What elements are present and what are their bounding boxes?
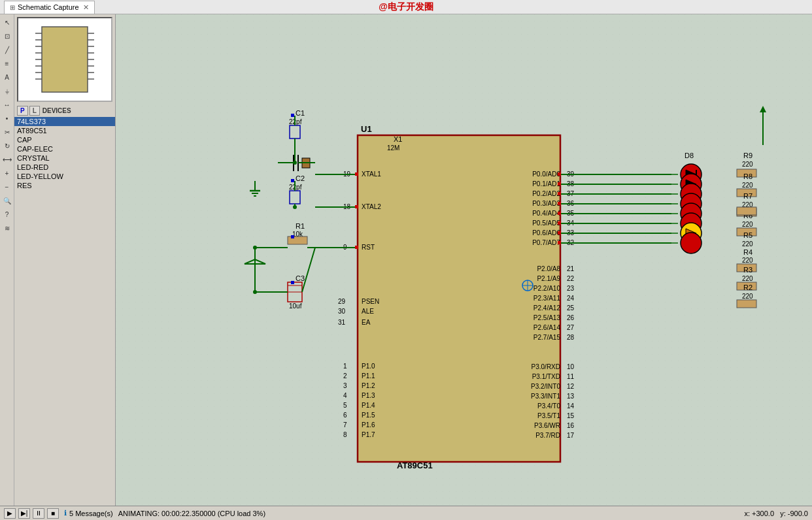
p-button[interactable]: P — [17, 106, 28, 116]
r5-label: R5 — [743, 231, 753, 239]
play-button[interactable]: ▶ — [4, 508, 16, 519]
pn14: 14 — [567, 402, 575, 410]
r2-symbol — [737, 300, 756, 308]
select-tool[interactable]: ↖ — [1, 16, 14, 29]
devices-label: DEVICES — [42, 107, 71, 114]
ic-name-label: AT89C51 — [397, 461, 433, 470]
r8-label: R8 — [743, 172, 753, 180]
pn26: 26 — [567, 314, 575, 321]
c3-val: 10uf — [289, 302, 302, 310]
r1-label: R1 — [296, 222, 305, 230]
pin-p04 — [558, 212, 561, 215]
stop-button[interactable]: ■ — [47, 508, 59, 519]
component-tool[interactable]: ⊡ — [1, 29, 14, 42]
p23-label: P2.3/A11 — [533, 295, 561, 302]
pn22: 22 — [567, 275, 575, 282]
p17-label: P1.7 — [362, 431, 375, 438]
wire-tool[interactable]: ╱ — [1, 43, 14, 56]
r1-symbol — [288, 236, 307, 244]
pn31: 31 — [338, 319, 346, 326]
r3-label: R3 — [743, 266, 753, 274]
component-preview — [17, 17, 112, 102]
preview-svg — [35, 24, 94, 95]
l-button[interactable]: L — [29, 106, 40, 116]
schematic-tab[interactable]: ⊞ Schematic Capture ✕ — [4, 1, 95, 14]
junc-c1-xtal — [293, 161, 297, 165]
rotate-tool[interactable]: ↻ — [1, 139, 14, 152]
bpin-c3 — [291, 281, 294, 284]
status-message: 5 Message(s) — [69, 510, 113, 517]
pin-p05 — [558, 221, 561, 225]
pn28: 28 — [567, 334, 575, 341]
rst-label: RST — [362, 244, 375, 251]
pn6: 6 — [343, 412, 347, 419]
ic-u1-label: U1 — [361, 124, 372, 134]
p35-label: P3.5/T1 — [537, 412, 560, 419]
svg-rect-0 — [42, 27, 88, 92]
ea-label: EA — [362, 319, 371, 326]
r4-label: R4 — [743, 248, 753, 256]
bus-tool[interactable]: ≡ — [1, 57, 14, 70]
r2-val: 220 — [742, 293, 753, 300]
device-item-cap-elec[interactable]: CAP-ELEC — [14, 144, 115, 154]
led-d1 — [681, 233, 702, 253]
device-item-res[interactable]: RES — [14, 181, 115, 190]
pn7: 7 — [343, 421, 347, 429]
c1-label: C1 — [296, 109, 305, 117]
zoom-in-tool[interactable]: + — [1, 167, 14, 180]
bpin-r1 — [291, 235, 294, 238]
pn2: 2 — [343, 372, 347, 380]
pause-button[interactable]: ⏸ — [33, 508, 44, 519]
p00-label: P0.0/AD0 — [532, 171, 560, 178]
p26-label: P2.6/A14 — [533, 324, 561, 331]
pin-p07 — [558, 241, 561, 244]
devices-header: P L DEVICES — [14, 105, 115, 117]
pin-p02 — [558, 192, 561, 195]
mirror-tool[interactable]: ⟷ — [1, 153, 14, 166]
p34-label: P3.4/T0 — [537, 402, 560, 410]
coordinates: x: +300.0 y: -900.0 — [744, 510, 808, 517]
page-title: @电子开发圈 — [379, 1, 433, 13]
step-button[interactable]: ▶| — [18, 508, 30, 519]
pin-p06 — [558, 231, 561, 235]
pn3: 3 — [343, 382, 347, 389]
zoom-out-tool[interactable]: − — [1, 180, 14, 193]
search-tool[interactable]: 🔍 — [1, 194, 14, 207]
pn13: 13 — [567, 393, 575, 400]
pn30: 30 — [338, 308, 346, 315]
close-tab-button[interactable]: ✕ — [83, 3, 89, 12]
r6-val: 220 — [742, 221, 753, 228]
p16-label: P1.6 — [362, 421, 375, 429]
canvas-area[interactable]: U1 AT89C51 XTAL1 XTAL2 RST PSEN ALE EA P… — [116, 14, 812, 506]
device-item-cap[interactable]: CAP — [14, 135, 115, 144]
power-tool[interactable]: ⏚ — [1, 84, 14, 97]
device-item-74ls373[interactable]: 74LS373 — [14, 117, 115, 126]
p27-label: P2.7/A15 — [533, 334, 561, 341]
p14-label: P1.4 — [362, 402, 375, 409]
p10-label: P1.0 — [362, 363, 375, 370]
r3-val: 220 — [742, 275, 753, 282]
label-tool[interactable]: A — [1, 71, 14, 84]
pn25: 25 — [567, 304, 575, 312]
pn11: 11 — [567, 373, 575, 380]
netlist-tool[interactable]: ≋ — [1, 221, 14, 235]
annotation-tool[interactable]: ? — [1, 208, 14, 221]
device-item-at89c51[interactable]: AT89C51 — [14, 126, 115, 135]
p22-label: P2.2/A10 — [533, 285, 561, 292]
pin-p01 — [558, 182, 561, 186]
junction-tool[interactable]: • — [1, 112, 14, 125]
r5-symbol — [737, 207, 756, 215]
bpin-c2 — [291, 179, 294, 182]
device-list: 74LS373 AT89C51 CAP CAP-ELEC CRYSTAL LED… — [14, 117, 115, 506]
device-item-crystal[interactable]: CRYSTAL — [14, 154, 115, 163]
r2-label: R2 — [743, 284, 753, 291]
device-item-led-yellow[interactable]: LED-YELLOW — [14, 172, 115, 181]
p11-label: P1.1 — [362, 372, 375, 380]
p30-label: P3.0/RXD — [532, 363, 560, 370]
r4-val: 220 — [742, 257, 753, 264]
info-icon: ℹ — [64, 509, 67, 517]
pin-tool[interactable]: ↔ — [1, 98, 14, 111]
delete-tool[interactable]: ✂ — [1, 125, 14, 138]
p05-label: P0.5/AD5 — [532, 219, 560, 227]
device-item-led-red[interactable]: LED-RED — [14, 163, 115, 172]
